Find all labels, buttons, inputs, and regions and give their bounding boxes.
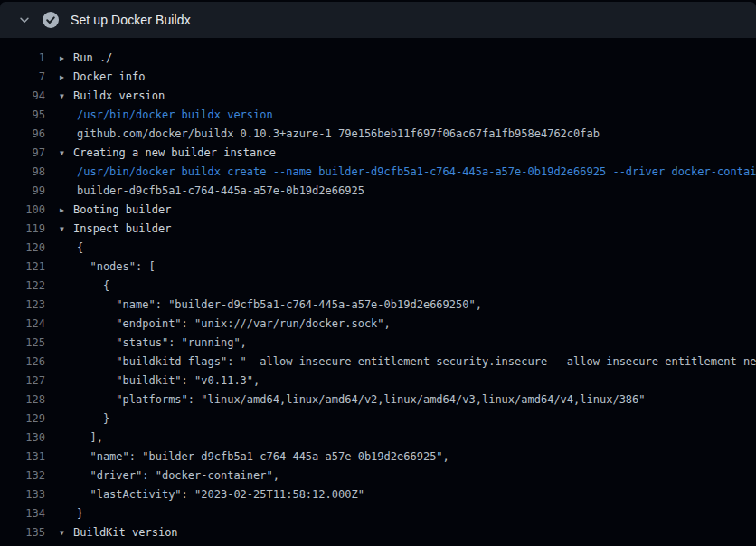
output-text: "status": "running", (60, 334, 247, 353)
log-row: 126 "buildkitd-flags": "--allow-insecure… (0, 353, 756, 372)
check-circle-icon (42, 11, 60, 29)
line-number[interactable]: 122 (0, 277, 45, 296)
disclosure-triangle-collapsed-icon[interactable]: ▶ (60, 68, 73, 87)
line-number[interactable]: 123 (0, 296, 45, 315)
log-group-row: 7▶Docker info (0, 68, 756, 87)
disclosure-triangle-expanded-icon[interactable]: ▼ (60, 523, 73, 542)
log-group-header[interactable]: ▼Buildx version (60, 87, 165, 106)
line-number[interactable]: 120 (0, 239, 45, 258)
group-title: Run ./ (73, 52, 112, 64)
log-group-row: 100▶Booting builder (0, 201, 756, 220)
line-number[interactable]: 133 (0, 485, 45, 504)
output-text: github.com/docker/buildx 0.10.3+azure-1 … (60, 125, 600, 144)
output-text: "endpoint": "unix:///var/run/docker.sock… (60, 315, 391, 334)
actions-log-viewer: { "colors": { "background": "#02040a", "… (0, 0, 756, 546)
log-group-header[interactable]: ▼Inspect builder (60, 220, 171, 239)
step-title: Set up Docker Buildx (71, 13, 191, 27)
log-group-header[interactable]: ▶Docker info (60, 68, 145, 87)
log-row: 121 "nodes": [ (0, 258, 756, 277)
output-text: } (60, 504, 83, 523)
line-number[interactable]: 119 (0, 220, 45, 239)
line-number[interactable]: 94 (0, 87, 45, 106)
log-group-header[interactable]: ▶Booting builder (60, 201, 171, 220)
log-group-row: 119▼Inspect builder (0, 220, 756, 239)
disclosure-triangle-expanded-icon[interactable]: ▼ (60, 220, 73, 239)
log-row: 122 { (0, 277, 756, 296)
line-number[interactable]: 95 (0, 106, 45, 125)
step-header[interactable]: Set up Docker Buildx (0, 2, 756, 38)
output-text: { (60, 277, 109, 296)
disclosure-triangle-collapsed-icon[interactable]: ▶ (60, 201, 73, 220)
log-group-row: 135▼BuildKit version (0, 523, 756, 542)
line-number[interactable]: 121 (0, 258, 45, 277)
output-text: "buildkitd-flags": "--allow-insecure-ent… (60, 353, 756, 372)
log-row: 120{ (0, 239, 756, 258)
log-row: 124 "endpoint": "unix:///var/run/docker.… (0, 315, 756, 334)
line-number[interactable]: 96 (0, 125, 45, 144)
log-row: 133 "lastActivity": "2023-02-25T11:58:12… (0, 485, 756, 504)
line-number[interactable]: 136 (0, 542, 45, 546)
output-text: "name": "builder-d9cfb5a1-c764-445a-a57e… (60, 296, 482, 315)
output-text: "driver": "docker-container", (60, 466, 279, 485)
log-row: 95/usr/bin/docker buildx version (0, 106, 756, 125)
log-row: 134} (0, 504, 756, 523)
group-title: BuildKit version (73, 526, 178, 539)
line-number[interactable]: 134 (0, 504, 45, 523)
log-row: 98/usr/bin/docker buildx create --name b… (0, 163, 756, 182)
log-group-row: 94▼Buildx version (0, 87, 756, 106)
log-group-header[interactable]: ▼Creating a new builder instance (60, 144, 276, 163)
log-row: 128 "platforms": "linux/amd64,linux/amd6… (0, 391, 756, 410)
output-text: { (60, 239, 83, 258)
line-number[interactable]: 127 (0, 372, 45, 391)
output-text: } (60, 410, 109, 428)
log-row: 130 ], (0, 428, 756, 447)
output-text: builder-d9cfb5a1-c764-445a-a57e-0b19d2e6… (60, 542, 430, 546)
line-number[interactable]: 97 (0, 144, 45, 163)
line-number[interactable]: 98 (0, 163, 45, 182)
disclosure-triangle-expanded-icon[interactable]: ▼ (60, 144, 73, 163)
log-row: 99builder-d9cfb5a1-c764-445a-a57e-0b19d2… (0, 182, 756, 201)
log-group-header[interactable]: ▼BuildKit version (60, 523, 178, 542)
command-text: /usr/bin/docker buildx create --name bui… (60, 163, 756, 182)
disclosure-triangle-expanded-icon[interactable]: ▼ (60, 87, 73, 106)
group-title: Inspect builder (73, 222, 171, 235)
line-number[interactable]: 124 (0, 315, 45, 334)
output-text: "buildkit": "v0.11.3", (60, 372, 260, 391)
log-lines: 1▶Run ./7▶Docker info94▼Buildx version95… (0, 38, 756, 546)
disclosure-triangle-collapsed-icon[interactable]: ▶ (60, 49, 73, 68)
log-group-header[interactable]: ▶Run ./ (60, 49, 112, 68)
line-number[interactable]: 7 (0, 68, 45, 87)
group-title: Docker info (73, 71, 145, 83)
log-group-row: 97▼Creating a new builder instance (0, 144, 756, 163)
log-row: 136builder-d9cfb5a1-c764-445a-a57e-0b19d… (0, 542, 756, 546)
log-row: 127 "buildkit": "v0.11.3", (0, 372, 756, 391)
line-number[interactable]: 135 (0, 523, 45, 542)
log-row: 123 "name": "builder-d9cfb5a1-c764-445a-… (0, 296, 756, 315)
log-row: 125 "status": "running", (0, 334, 756, 353)
line-number[interactable]: 99 (0, 182, 45, 201)
log-row: 132 "driver": "docker-container", (0, 466, 756, 485)
line-number[interactable]: 126 (0, 353, 45, 372)
output-text: "platforms": "linux/amd64,linux/amd64/v2… (60, 391, 646, 410)
line-number[interactable]: 130 (0, 428, 45, 447)
line-number[interactable]: 132 (0, 466, 45, 485)
output-text: "name": "builder-d9cfb5a1-c764-445a-a57e… (60, 447, 449, 466)
log-row: 129 } (0, 410, 756, 428)
output-text: builder-d9cfb5a1-c764-445a-a57e-0b19d2e6… (60, 182, 364, 201)
log-row: 131 "name": "builder-d9cfb5a1-c764-445a-… (0, 447, 756, 466)
log-group-row: 1▶Run ./ (0, 49, 756, 68)
log-row: 96github.com/docker/buildx 0.10.3+azure-… (0, 125, 756, 144)
line-number[interactable]: 1 (0, 49, 45, 68)
output-text: "lastActivity": "2023-02-25T11:58:12.000… (60, 485, 364, 504)
output-text: "nodes": [ (60, 258, 156, 277)
line-number[interactable]: 100 (0, 201, 45, 220)
chevron-down-icon[interactable] (18, 14, 31, 26)
line-number[interactable]: 131 (0, 447, 45, 466)
line-number[interactable]: 125 (0, 334, 45, 353)
group-title: Buildx version (73, 89, 165, 102)
command-text: /usr/bin/docker buildx version (60, 106, 273, 125)
line-number[interactable]: 128 (0, 391, 45, 410)
line-number[interactable]: 129 (0, 410, 45, 428)
group-title: Creating a new builder instance (73, 146, 276, 159)
group-title: Booting builder (73, 203, 171, 216)
